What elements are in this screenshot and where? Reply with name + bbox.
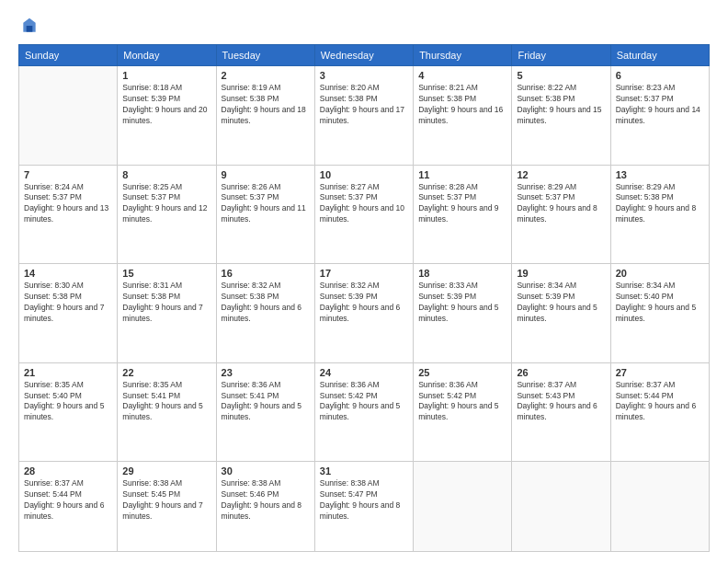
day-number: 20 <box>616 268 704 279</box>
calendar-week-row: 1Sunrise: 8:18 AMSunset: 5:39 PMDaylight… <box>19 66 710 166</box>
weekday-header: Tuesday <box>216 45 314 66</box>
calendar-cell: 21Sunrise: 8:35 AMSunset: 5:40 PMDayligh… <box>19 362 118 462</box>
day-number: 21 <box>24 367 112 378</box>
day-number: 31 <box>320 465 408 477</box>
day-info: Sunrise: 8:25 AMSunset: 5:37 PMDaylight:… <box>122 182 210 226</box>
day-info: Sunrise: 8:32 AMSunset: 5:38 PMDaylight:… <box>222 281 310 325</box>
day-info: Sunrise: 8:36 AMSunset: 5:41 PMDaylight:… <box>222 380 310 424</box>
day-info: Sunrise: 8:28 AMSunset: 5:37 PMDaylight:… <box>418 182 506 226</box>
day-number: 27 <box>616 367 704 378</box>
calendar-cell: 1Sunrise: 8:18 AMSunset: 5:39 PMDaylight… <box>118 66 216 166</box>
calendar-week-row: 14Sunrise: 8:30 AMSunset: 5:38 PMDayligh… <box>19 264 710 363</box>
calendar-week-row: 28Sunrise: 8:37 AMSunset: 5:44 PMDayligh… <box>19 462 710 552</box>
calendar-cell: 30Sunrise: 8:38 AMSunset: 5:46 PMDayligh… <box>216 462 314 552</box>
day-info: Sunrise: 8:34 AMSunset: 5:39 PMDaylight:… <box>517 281 605 325</box>
day-info: Sunrise: 8:32 AMSunset: 5:39 PMDaylight:… <box>320 281 408 325</box>
day-number: 29 <box>122 465 210 477</box>
day-info: Sunrise: 8:29 AMSunset: 5:38 PMDaylight:… <box>616 182 704 226</box>
day-info: Sunrise: 8:23 AMSunset: 5:37 PMDaylight:… <box>616 83 704 127</box>
day-number: 16 <box>222 268 310 279</box>
day-info: Sunrise: 8:36 AMSunset: 5:42 PMDaylight:… <box>418 380 506 424</box>
calendar-cell: 12Sunrise: 8:29 AMSunset: 5:37 PMDayligh… <box>512 165 610 264</box>
day-number: 11 <box>418 169 506 180</box>
day-info: Sunrise: 8:21 AMSunset: 5:38 PMDaylight:… <box>418 83 506 127</box>
day-number: 23 <box>222 367 310 378</box>
calendar-cell: 13Sunrise: 8:29 AMSunset: 5:38 PMDayligh… <box>610 165 709 264</box>
calendar-cell <box>512 462 610 552</box>
calendar-cell: 19Sunrise: 8:34 AMSunset: 5:39 PMDayligh… <box>512 264 610 363</box>
calendar-cell: 5Sunrise: 8:22 AMSunset: 5:38 PMDaylight… <box>512 66 610 166</box>
calendar-week-row: 7Sunrise: 8:24 AMSunset: 5:37 PMDaylight… <box>19 165 710 264</box>
day-info: Sunrise: 8:24 AMSunset: 5:37 PMDaylight:… <box>24 182 112 226</box>
day-number: 2 <box>222 70 310 81</box>
weekday-header: Wednesday <box>314 45 413 66</box>
header <box>18 17 710 35</box>
day-info: Sunrise: 8:37 AMSunset: 5:44 PMDaylight:… <box>616 380 704 424</box>
weekday-header: Thursday <box>414 45 512 66</box>
day-number: 7 <box>24 169 112 180</box>
day-number: 15 <box>122 268 210 279</box>
calendar-cell: 20Sunrise: 8:34 AMSunset: 5:40 PMDayligh… <box>610 264 709 363</box>
day-number: 14 <box>24 268 112 279</box>
calendar-cell: 25Sunrise: 8:36 AMSunset: 5:42 PMDayligh… <box>414 362 512 462</box>
calendar-cell: 18Sunrise: 8:33 AMSunset: 5:39 PMDayligh… <box>414 264 512 363</box>
calendar-cell: 24Sunrise: 8:36 AMSunset: 5:42 PMDayligh… <box>314 362 413 462</box>
calendar-cell: 7Sunrise: 8:24 AMSunset: 5:37 PMDaylight… <box>19 165 118 264</box>
day-info: Sunrise: 8:22 AMSunset: 5:38 PMDaylight:… <box>517 83 605 127</box>
day-info: Sunrise: 8:37 AMSunset: 5:43 PMDaylight:… <box>517 380 605 424</box>
calendar-cell: 3Sunrise: 8:20 AMSunset: 5:38 PMDaylight… <box>314 66 413 166</box>
calendar-cell: 10Sunrise: 8:27 AMSunset: 5:37 PMDayligh… <box>314 165 413 264</box>
weekday-header: Monday <box>118 45 216 66</box>
day-number: 25 <box>418 367 506 378</box>
calendar-cell: 16Sunrise: 8:32 AMSunset: 5:38 PMDayligh… <box>216 264 314 363</box>
day-number: 3 <box>320 70 408 81</box>
day-number: 26 <box>517 367 605 378</box>
calendar-header-row: SundayMondayTuesdayWednesdayThursdayFrid… <box>19 45 710 66</box>
calendar-cell: 11Sunrise: 8:28 AMSunset: 5:37 PMDayligh… <box>414 165 512 264</box>
day-number: 10 <box>320 169 408 180</box>
calendar-cell: 27Sunrise: 8:37 AMSunset: 5:44 PMDayligh… <box>610 362 709 462</box>
day-info: Sunrise: 8:37 AMSunset: 5:44 PMDaylight:… <box>24 478 112 523</box>
day-info: Sunrise: 8:26 AMSunset: 5:37 PMDaylight:… <box>222 182 310 226</box>
day-number: 6 <box>616 70 704 81</box>
day-info: Sunrise: 8:18 AMSunset: 5:39 PMDaylight:… <box>122 83 210 127</box>
day-info: Sunrise: 8:35 AMSunset: 5:40 PMDaylight:… <box>24 380 112 424</box>
calendar-cell <box>414 462 512 552</box>
calendar-cell: 23Sunrise: 8:36 AMSunset: 5:41 PMDayligh… <box>216 362 314 462</box>
calendar-cell: 17Sunrise: 8:32 AMSunset: 5:39 PMDayligh… <box>314 264 413 363</box>
day-number: 18 <box>418 268 506 279</box>
calendar-cell <box>610 462 709 552</box>
day-info: Sunrise: 8:20 AMSunset: 5:38 PMDaylight:… <box>320 83 408 127</box>
calendar-cell: 2Sunrise: 8:19 AMSunset: 5:38 PMDaylight… <box>216 66 314 166</box>
day-number: 24 <box>320 367 408 378</box>
day-number: 1 <box>122 70 210 81</box>
page: SundayMondayTuesdayWednesdayThursdayFrid… <box>0 0 728 563</box>
day-number: 19 <box>517 268 605 279</box>
day-info: Sunrise: 8:31 AMSunset: 5:38 PMDaylight:… <box>122 281 210 325</box>
day-number: 22 <box>122 367 210 378</box>
day-number: 12 <box>517 169 605 180</box>
day-info: Sunrise: 8:33 AMSunset: 5:39 PMDaylight:… <box>418 281 506 325</box>
calendar-cell: 22Sunrise: 8:35 AMSunset: 5:41 PMDayligh… <box>118 362 216 462</box>
logo-icon <box>20 17 39 35</box>
day-info: Sunrise: 8:35 AMSunset: 5:41 PMDaylight:… <box>122 380 210 424</box>
day-number: 28 <box>24 465 112 477</box>
calendar-cell: 29Sunrise: 8:38 AMSunset: 5:45 PMDayligh… <box>118 462 216 552</box>
weekday-header: Saturday <box>610 45 709 66</box>
day-info: Sunrise: 8:36 AMSunset: 5:42 PMDaylight:… <box>320 380 408 424</box>
day-number: 17 <box>320 268 408 279</box>
day-number: 13 <box>616 169 704 180</box>
calendar-cell: 8Sunrise: 8:25 AMSunset: 5:37 PMDaylight… <box>118 165 216 264</box>
weekday-header: Friday <box>512 45 610 66</box>
calendar-cell: 31Sunrise: 8:38 AMSunset: 5:47 PMDayligh… <box>314 462 413 552</box>
day-info: Sunrise: 8:27 AMSunset: 5:37 PMDaylight:… <box>320 182 408 226</box>
day-info: Sunrise: 8:19 AMSunset: 5:38 PMDaylight:… <box>222 83 310 127</box>
day-number: 9 <box>222 169 310 180</box>
calendar-cell: 28Sunrise: 8:37 AMSunset: 5:44 PMDayligh… <box>19 462 118 552</box>
calendar-cell: 14Sunrise: 8:30 AMSunset: 5:38 PMDayligh… <box>19 264 118 363</box>
calendar-cell <box>19 66 118 166</box>
day-number: 30 <box>222 465 310 477</box>
day-info: Sunrise: 8:29 AMSunset: 5:37 PMDaylight:… <box>517 182 605 226</box>
day-info: Sunrise: 8:38 AMSunset: 5:46 PMDaylight:… <box>222 478 310 523</box>
logo <box>18 17 39 35</box>
